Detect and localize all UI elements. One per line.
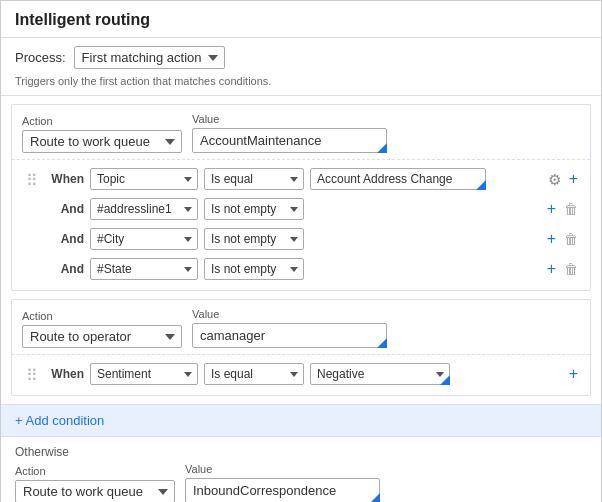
trigger-text: Triggers only the first action that matc…	[1, 73, 601, 95]
value-field-group-2: Value	[192, 308, 387, 348]
otherwise-action-row: Action Route to work queue Route to oper…	[15, 463, 591, 502]
otherwise-label: Otherwise	[15, 445, 591, 459]
process-row: Process: First matching action All match…	[1, 38, 601, 73]
otherwise-value-wrapper	[185, 478, 380, 502]
when-row-2: ⠿ When Sentiment Topic Is equal Is not e…	[20, 359, 582, 389]
rule-block-1: Action Route to work queue Route to oper…	[11, 104, 591, 291]
and-label-1a: And	[48, 202, 84, 216]
add-condition-btn-1[interactable]: +	[567, 171, 580, 187]
page-container: Intelligent routing Process: First match…	[0, 0, 602, 502]
delete-and-btn-1a[interactable]: 🗑	[562, 202, 580, 216]
value-input-wrapper-2	[192, 323, 387, 348]
and-row-1a: And #addressline1 Is not empty Is equal …	[20, 194, 582, 224]
otherwise-value-field-group: Value	[185, 463, 380, 502]
delete-and-btn-1c[interactable]: 🗑	[562, 262, 580, 276]
add-and-btn-1b[interactable]: +	[545, 231, 558, 247]
conditions-area-2: ⠿ When Sentiment Topic Is equal Is not e…	[12, 355, 590, 395]
section-divider-top	[1, 95, 601, 96]
delete-and-btn-1b[interactable]: 🗑	[562, 232, 580, 246]
when-operator-select-2[interactable]: Is equal Is not empty Is empty	[204, 363, 304, 385]
action-row-2: Action Route to operator Route to work q…	[12, 300, 590, 355]
and-operator-select-1c[interactable]: Is not empty Is equal Is empty	[204, 258, 304, 280]
value-label-1: Value	[192, 113, 387, 125]
and-row-1c: And #State Is not empty Is equal Is empt…	[20, 254, 582, 284]
otherwise-action-field-group: Action Route to work queue Route to oper…	[15, 465, 175, 502]
drag-handle-1a	[22, 208, 42, 210]
value-input-wrapper-1	[192, 128, 387, 153]
page-title: Intelligent routing	[15, 11, 587, 29]
and-label-1c: And	[48, 262, 84, 276]
otherwise-value-input[interactable]	[185, 478, 380, 502]
action-label-1: Action	[22, 115, 182, 127]
and-field-select-1a[interactable]: #addressline1	[90, 198, 198, 220]
drag-handle-1b	[22, 238, 42, 240]
when-row-1: ⠿ When Topic Sentiment #addressline1 Is …	[20, 164, 582, 194]
action-label-2: Action	[22, 310, 182, 322]
and-operator-select-1a[interactable]: Is not empty Is equal Is empty	[204, 198, 304, 220]
and-row-actions-1b: + 🗑	[545, 231, 580, 247]
and-label-1b: And	[48, 232, 84, 246]
drag-handle-1[interactable]: ⠿	[22, 169, 42, 190]
add-condition-bar: + Add condition	[1, 404, 601, 437]
and-field-select-1c[interactable]: #State	[90, 258, 198, 280]
value-input-2[interactable]	[192, 323, 387, 348]
process-select[interactable]: First matching action All matching actio…	[74, 46, 225, 69]
otherwise-section: Otherwise Action Route to work queue Rou…	[1, 437, 601, 502]
when-field-select-1[interactable]: Topic Sentiment #addressline1	[90, 168, 198, 190]
otherwise-value-label: Value	[185, 463, 380, 475]
when-row-actions-2: +	[567, 366, 580, 382]
add-and-btn-1c[interactable]: +	[545, 261, 558, 277]
add-condition-btn-2[interactable]: +	[567, 366, 580, 382]
drag-handle-1c	[22, 268, 42, 270]
otherwise-action-select[interactable]: Route to work queue Route to operator	[15, 480, 175, 502]
action-field-group-1: Action Route to work queue Route to oper…	[22, 115, 182, 153]
action-row-1: Action Route to work queue Route to oper…	[12, 105, 590, 160]
when-label-2: When	[48, 367, 84, 381]
value-input-1[interactable]	[192, 128, 387, 153]
otherwise-action-label: Action	[15, 465, 175, 477]
and-field-select-1b[interactable]: #City	[90, 228, 198, 250]
when-blue-tri-1	[476, 180, 486, 190]
value-label-2: Value	[192, 308, 387, 320]
drag-handle-2[interactable]: ⠿	[22, 364, 42, 385]
when-operator-select-1[interactable]: Is equal Is not empty Is empty	[204, 168, 304, 190]
when-row-actions-1: ⚙ +	[546, 171, 580, 187]
when-value-input-1[interactable]	[310, 168, 486, 190]
action-select-2[interactable]: Route to operator Route to work queue	[22, 325, 182, 348]
value-field-group-1: Value	[192, 113, 387, 153]
action-select-1[interactable]: Route to work queue Route to operator	[22, 130, 182, 153]
page-header: Intelligent routing	[1, 1, 601, 38]
and-row-actions-1a: + 🗑	[545, 201, 580, 217]
when-label-1: When	[48, 172, 84, 186]
add-condition-link[interactable]: + Add condition	[15, 413, 104, 428]
process-label: Process:	[15, 50, 66, 65]
add-and-btn-1a[interactable]: +	[545, 201, 558, 217]
conditions-area-1: ⠿ When Topic Sentiment #addressline1 Is …	[12, 160, 590, 290]
when-value-wrap-1	[310, 168, 486, 190]
and-operator-select-1b[interactable]: Is not empty Is equal Is empty	[204, 228, 304, 250]
when-field-select-2[interactable]: Sentiment Topic	[90, 363, 198, 385]
when-value-select-2[interactable]: Negative Positive Neutral	[310, 363, 450, 385]
action-field-group-2: Action Route to operator Route to work q…	[22, 310, 182, 348]
and-row-1b: And #City Is not empty Is equal Is empty…	[20, 224, 582, 254]
when-value-select-wrap-2: Negative Positive Neutral	[310, 363, 450, 385]
rule-block-2: Action Route to operator Route to work q…	[11, 299, 591, 396]
and-row-actions-1c: + 🗑	[545, 261, 580, 277]
gear-button-1[interactable]: ⚙	[546, 172, 563, 187]
